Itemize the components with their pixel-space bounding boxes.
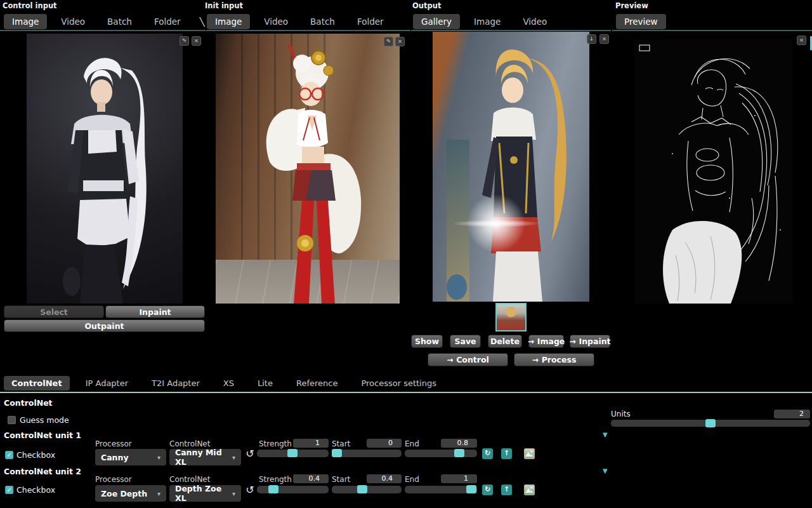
unit2-end-slider[interactable] — [405, 486, 477, 493]
bottom-tab-bar: ControlNet IP Adapter T2I Adapter XS Lit… — [4, 375, 444, 391]
unit1-processor-dropdown[interactable]: Canny▾ — [95, 449, 166, 465]
save-button[interactable]: Save — [450, 335, 481, 348]
tab-init-video[interactable]: Video — [256, 14, 296, 29]
unit1-end-handle[interactable] — [454, 449, 464, 457]
send-to-process-button[interactable]: →Process — [514, 353, 594, 366]
output-label: Output — [412, 1, 441, 10]
unit1-upload-button[interactable]: ↑ — [501, 448, 512, 459]
control-input-image[interactable] — [27, 34, 183, 304]
unit1-start-slider[interactable] — [332, 450, 402, 457]
delete-button[interactable]: Delete — [488, 335, 522, 348]
unit2-strength-value[interactable]: 0.4 — [293, 474, 329, 483]
units-slider[interactable] — [611, 420, 810, 427]
check-icon: ✓ — [6, 451, 11, 458]
refresh-icon: ↻ — [485, 485, 490, 493]
unit1-strength-handle[interactable] — [287, 449, 298, 457]
select-button[interactable]: Select — [4, 305, 104, 318]
arrow-right-icon: → — [569, 337, 575, 346]
unit2-start-slider[interactable] — [332, 486, 402, 493]
gallery-thumbnail[interactable] — [495, 303, 527, 331]
unit2-start-handle[interactable] — [357, 485, 367, 493]
inpaint-button[interactable]: Inpaint — [105, 305, 205, 318]
control-close-button[interactable]: × — [192, 36, 201, 46]
unit2-strength-slider[interactable] — [257, 486, 329, 493]
unit2-processor-dropdown[interactable]: Zoe Depth▾ — [95, 485, 166, 502]
output-download-button[interactable]: ↓ — [587, 34, 596, 44]
unit2-collapse-icon[interactable]: ▼ — [603, 467, 608, 474]
tab-init-batch[interactable]: Batch — [302, 14, 343, 29]
unit2-model-label: ControlNet — [169, 475, 210, 484]
tab-control-folder[interactable]: Folder — [146, 14, 189, 29]
unit2-image-button[interactable] — [524, 485, 535, 495]
tab-reference[interactable]: Reference — [289, 376, 345, 391]
unit1-model-dropdown[interactable]: Canny Mid XL▾ — [169, 449, 241, 465]
unit1-collapse-icon[interactable]: ▼ — [603, 431, 608, 438]
unit1-start-value[interactable]: 0 — [367, 439, 402, 448]
unit1-strength-value[interactable]: 1 — [293, 439, 329, 448]
unit1-enabled-checkbox[interactable]: ✓ — [5, 451, 13, 459]
tab-output-gallery[interactable]: Gallery — [413, 14, 460, 29]
refresh-icon: ↻ — [485, 449, 490, 457]
unit1-image-button[interactable] — [524, 448, 535, 459]
unit2-start-value[interactable]: 0.4 — [367, 474, 402, 483]
unit2-title: ControlNet unit 2 — [4, 467, 81, 476]
tab-processor-settings[interactable]: Processor settings — [353, 376, 444, 391]
unit2-upload-button[interactable]: ↑ — [501, 485, 512, 495]
controlnet-heading: ControlNet — [4, 398, 53, 408]
unit2-start-label: Start — [332, 475, 350, 484]
tab-t2i-adapter[interactable]: T2I Adapter — [144, 376, 207, 391]
tab-preview[interactable]: Preview — [616, 14, 666, 29]
tab-xs[interactable]: XS — [216, 376, 242, 391]
preview-art — [634, 39, 793, 304]
unit2-end-handle[interactable] — [466, 485, 476, 493]
tab-control-video[interactable]: Video — [53, 14, 93, 29]
unit2-reset-button[interactable]: ↺ — [244, 485, 256, 496]
outpaint-button[interactable]: Outpaint — [4, 319, 205, 332]
close-icon: × — [194, 37, 199, 44]
unit1-end-value[interactable]: 0.8 — [441, 439, 477, 448]
tab-output-video[interactable]: Video — [514, 14, 555, 29]
control-edit-button[interactable]: ✎ — [180, 36, 189, 46]
arrow-right-icon: → — [447, 356, 453, 364]
unit1-refresh-button[interactable]: ↻ — [482, 448, 493, 459]
init-input-image[interactable] — [216, 34, 400, 304]
unit1-reset-button[interactable]: ↺ — [244, 448, 256, 460]
tab-lite[interactable]: Lite — [250, 376, 280, 391]
unit1-start-handle[interactable] — [332, 449, 342, 457]
close-icon: × — [602, 36, 607, 42]
output-close-button[interactable]: × — [599, 34, 609, 44]
tab-init-image[interactable]: Image — [207, 14, 250, 29]
download-icon: ↓ — [589, 36, 594, 42]
reset-icon: ↺ — [246, 448, 254, 460]
tab-init-folder[interactable]: Folder — [349, 14, 392, 29]
unit2-model-dropdown[interactable]: Depth Zoe XL▾ — [169, 485, 241, 502]
brush-icon[interactable]: ╲ — [197, 17, 207, 27]
chevron-down-icon: ▾ — [157, 454, 160, 461]
send-to-control-button[interactable]: →Control — [428, 353, 508, 366]
app-window: Control input Image Video Batch Folder ╲… — [0, 0, 812, 508]
guess-mode-checkbox[interactable] — [8, 416, 16, 424]
unit1-title: ControlNet unit 1 — [4, 431, 81, 440]
init-close-button[interactable]: × — [395, 37, 405, 46]
tab-ip-adapter[interactable]: IP Adapter — [78, 376, 136, 391]
tab-control-image[interactable]: Image — [4, 14, 47, 29]
send-to-inpaint-button[interactable]: →Inpaint — [570, 335, 610, 348]
init-edit-button[interactable]: ✎ — [384, 37, 393, 46]
unit1-end-slider[interactable] — [405, 450, 477, 457]
unit2-strength-handle[interactable] — [268, 485, 278, 493]
output-gallery-image[interactable] — [433, 32, 589, 302]
unit2-enabled-checkbox[interactable]: ✓ — [5, 486, 13, 494]
preview-close-button[interactable]: × — [797, 36, 806, 45]
tab-control-batch[interactable]: Batch — [99, 14, 140, 29]
image-icon — [525, 449, 534, 458]
unit2-end-value[interactable]: 1 — [441, 474, 477, 483]
send-to-image-button[interactable]: →Image — [528, 335, 564, 348]
edit-icon: ✎ — [182, 37, 187, 44]
unit1-strength-slider[interactable] — [257, 450, 329, 457]
units-slider-handle[interactable] — [705, 419, 716, 427]
unit2-refresh-button[interactable]: ↻ — [482, 485, 493, 495]
tab-controlnet[interactable]: ControlNet — [4, 376, 70, 391]
units-value[interactable]: 2 — [774, 410, 810, 418]
tab-output-image[interactable]: Image — [466, 14, 509, 29]
show-button[interactable]: Show — [411, 335, 443, 348]
